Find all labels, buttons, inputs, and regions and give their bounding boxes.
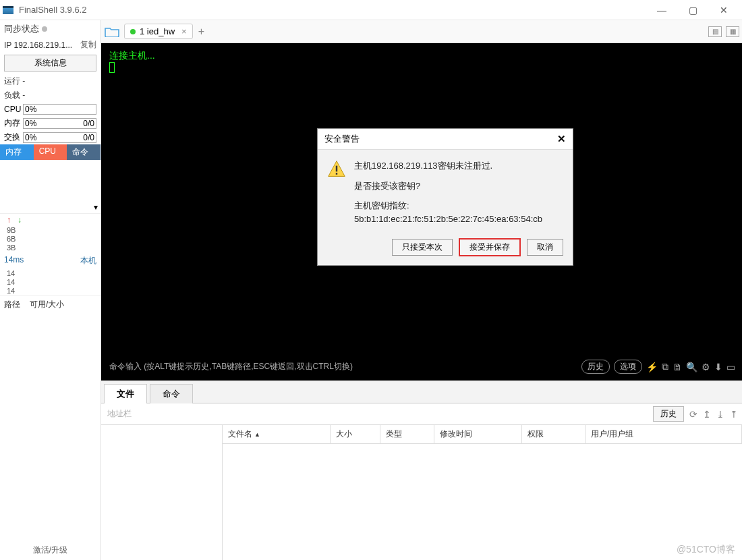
copy-icon[interactable]: ⧉ <box>662 361 668 372</box>
monitor-tabs: 内存 CPU 命令 <box>0 144 101 160</box>
file-list: 文件名▲ 大小 类型 修改时间 权限 用户/用户组 <box>223 425 742 560</box>
swap-value: 0% <box>25 133 36 142</box>
status-dot-icon <box>130 29 136 34</box>
history-button[interactable]: 历史 <box>581 360 610 374</box>
dialog-close-icon[interactable]: ✕ <box>557 133 566 145</box>
traffic-y-labels: 9B 6B 3B <box>0 226 101 252</box>
ping-value: 14ms <box>4 255 24 267</box>
col-size[interactable]: 大小 <box>331 425 380 443</box>
file-area: 文件名▲ 大小 类型 修改时间 权限 用户/用户组 <box>101 425 742 560</box>
terminal-toolbar: 历史 选项 ⚡ ⧉ 🗎 🔍 ⚙ ⬇ ▭ <box>581 360 735 374</box>
tab-commands[interactable]: 命令 <box>150 384 193 403</box>
cpu-label: CPU <box>4 105 23 114</box>
lower-tabs: 文件 命令 <box>101 381 742 403</box>
accept-save-button[interactable]: 接受并保存 <box>459 239 520 256</box>
file-icon[interactable]: 🗎 <box>673 362 682 372</box>
cpu-meter: CPU 0% <box>0 103 101 116</box>
cpu-value: 0% <box>25 105 36 114</box>
download-arrow-icon: ↓ <box>18 215 22 225</box>
session-tab[interactable]: 1 ied_hw × <box>124 24 193 39</box>
titlebar: FinalShell 3.9.6.2 — ▢ ✕ <box>0 0 742 20</box>
activate-button[interactable]: 激活/升级 <box>0 540 101 560</box>
system-info-button[interactable]: 系统信息 <box>4 55 96 72</box>
close-button[interactable]: ✕ <box>708 0 739 20</box>
svg-rect-0 <box>336 166 337 172</box>
terminal-line: 连接主机... <box>109 50 734 62</box>
dialog-titlebar: 安全警告 ✕ <box>318 129 573 150</box>
layout-buttons: ▤ ▦ <box>708 26 739 37</box>
memory-chart: ▾ <box>0 160 101 214</box>
tab-cpu[interactable]: CPU <box>34 144 67 160</box>
col-perm[interactable]: 权限 <box>522 425 586 443</box>
app-icon <box>3 6 13 14</box>
chevron-down-icon[interactable]: ▾ <box>94 202 98 212</box>
sync-dot-icon <box>42 26 47 32</box>
col-filename[interactable]: 文件名▲ <box>223 425 331 443</box>
traffic-row: ↑ ↓ <box>0 214 101 226</box>
tab-bar: 1 ied_hw × + ▤ ▦ <box>101 20 742 43</box>
minimize-button[interactable]: — <box>646 0 677 20</box>
local-host-button[interactable]: 本机 <box>80 255 96 267</box>
lightning-icon[interactable]: ⚡ <box>646 362 658 372</box>
tab-files[interactable]: 文件 <box>104 384 147 403</box>
up-icon[interactable]: ↥ <box>703 409 711 420</box>
load-line: 负载 - <box>0 88 101 103</box>
col-mtime[interactable]: 修改时间 <box>434 425 522 443</box>
maximize-button[interactable]: ▢ <box>677 0 708 20</box>
uptime-line: 运行 - <box>0 74 101 88</box>
content-area: 1 ied_hw × + ▤ ▦ 连接主机... 命令输入 (按ALT键提示历史… <box>101 20 742 560</box>
dialog-title: 安全警告 <box>324 133 360 145</box>
sync-status: 同步状态 <box>0 20 101 38</box>
tab-close-icon[interactable]: × <box>181 26 187 36</box>
watermark: @51CTO博客 <box>677 544 735 556</box>
upload-icon[interactable]: ⤓ <box>716 409 724 420</box>
sync-label: 同步状态 <box>4 23 39 35</box>
download-icon[interactable]: ⬇ <box>714 362 722 372</box>
memory-label: 内存 <box>4 117 23 129</box>
fingerprint-value: 5b:b1:1d:ec:21:fc:51:2b:5e:22:7c:45:ea:6… <box>354 214 542 224</box>
swap-label: 交换 <box>4 132 23 143</box>
accept-once-button[interactable]: 只接受本次 <box>392 239 453 256</box>
folder-tree[interactable] <box>101 425 223 560</box>
file-columns: 文件名▲ 大小 类型 修改时间 权限 用户/用户组 <box>223 425 742 444</box>
fullscreen-icon[interactable]: ▭ <box>726 362 735 372</box>
gear-icon[interactable]: ⚙ <box>702 362 710 372</box>
refresh-icon[interactable]: ⟳ <box>689 409 697 420</box>
folder-open-icon[interactable] <box>104 25 120 38</box>
download2-icon[interactable]: ⤒ <box>730 409 738 420</box>
swap-total: 0/0 <box>83 133 94 142</box>
search-icon[interactable]: 🔍 <box>686 362 697 372</box>
layout-list-icon[interactable]: ▦ <box>726 26 739 37</box>
tab-memory[interactable]: 内存 <box>0 144 34 160</box>
cancel-button[interactable]: 取消 <box>527 239 563 256</box>
layout-grid-icon[interactable]: ▤ <box>708 26 722 37</box>
col-type[interactable]: 类型 <box>380 425 434 443</box>
options-button[interactable]: 选项 <box>614 360 642 374</box>
svg-rect-1 <box>336 173 337 175</box>
disk-path-label: 路径 <box>4 299 20 310</box>
memory-total: 0/0 <box>83 119 94 128</box>
copy-button[interactable]: 复制 <box>80 39 96 51</box>
tab-label: 1 ied_hw <box>140 26 175 36</box>
dialog-buttons: 只接受本次 接受并保存 取消 <box>318 239 573 265</box>
memory-meter: 内存 0%0/0 <box>0 116 101 130</box>
security-dialog: 安全警告 ✕ 主机192.168.219.113密钥未注册过. 是否接受该密钥?… <box>317 128 573 266</box>
input-hint: 命令输入 (按ALT键提示历史,TAB键路径,ESC键返回,双击CTRL切换) <box>109 361 353 372</box>
sort-asc-icon: ▲ <box>254 431 260 438</box>
cursor-icon <box>109 62 115 73</box>
app-title: FinalShell 3.9.6.2 <box>19 5 86 15</box>
col-user[interactable]: 用户/用户组 <box>586 425 742 443</box>
warning-icon <box>327 159 346 178</box>
tab-command[interactable]: 命令 <box>67 144 101 160</box>
disk-header: 路径 可用/大小 <box>0 296 101 313</box>
ping-series: 14 14 14 <box>0 269 101 296</box>
sidebar: 同步状态 IP 192.168.219.1... 复制 系统信息 运行 - 负载… <box>0 20 101 560</box>
disk-size-label: 可用/大小 <box>30 299 64 310</box>
memory-value: 0% <box>25 119 36 128</box>
ip-text: IP 192.168.219.1... <box>4 40 72 50</box>
add-tab-button[interactable]: + <box>198 26 204 38</box>
address-input[interactable]: 地址栏 <box>105 406 648 422</box>
address-history-button[interactable]: 历史 <box>653 406 684 422</box>
upload-arrow-icon: ↑ <box>7 215 11 225</box>
dialog-text: 主机192.168.219.113密钥未注册过. 是否接受该密钥? 主机密钥指纹… <box>354 159 542 232</box>
